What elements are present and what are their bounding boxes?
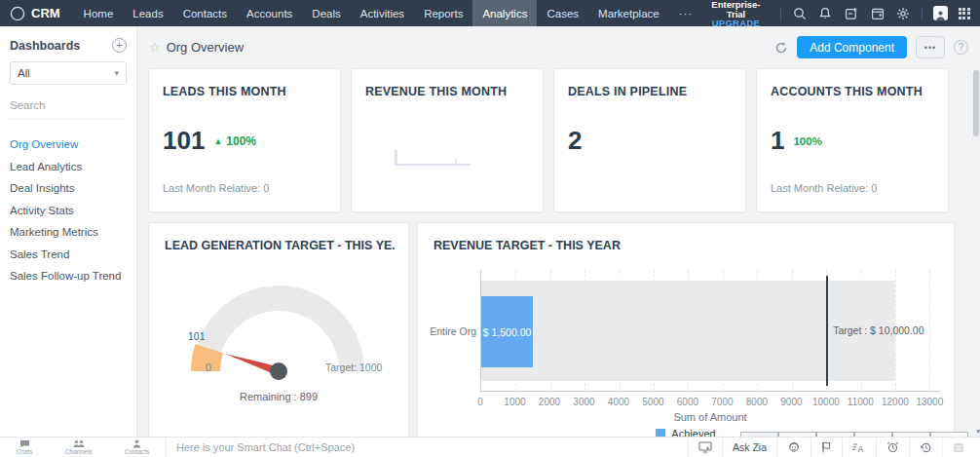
add-dashboard-icon[interactable]: + <box>112 38 127 53</box>
people-group-icon <box>73 439 85 448</box>
zoho-crm-logo[interactable]: CRM <box>0 0 74 26</box>
sidebar-title: Dashboards <box>10 39 80 53</box>
kpi-card-deals-in-pipeline[interactable]: DEALS IN PIPELINE 2 <box>553 68 746 212</box>
vertical-scrollbar[interactable]: ▾ <box>972 68 980 437</box>
gauge-value-label: 101 <box>188 330 206 342</box>
kpi-card-accounts-this-month[interactable]: ACCOUNTS THIS MONTH 1 100% Last Month Re… <box>756 68 949 212</box>
nav-item-marketplace[interactable]: Marketplace <box>588 0 669 26</box>
keypad-icon[interactable] <box>942 438 974 457</box>
favorite-star-icon[interactable]: ☆ <box>149 40 161 55</box>
legend-swatch <box>656 429 665 437</box>
x-axis-line <box>480 391 940 392</box>
zia-face-icon[interactable] <box>776 438 810 457</box>
more-options-button[interactable]: ••• <box>916 36 945 58</box>
chat-tab-label: Channels <box>65 449 92 456</box>
nav-item-activities[interactable]: Activities <box>351 0 414 26</box>
add-component-button[interactable]: Add Component <box>797 36 907 58</box>
history-clock-icon[interactable] <box>909 438 942 457</box>
chevron-down-icon: ▾ <box>114 68 119 78</box>
sidebar-item-marketing-metrics[interactable]: Marketing Metrics <box>10 221 127 244</box>
kpi-value: 101 <box>163 126 205 156</box>
translate-icon[interactable]: zA <box>842 438 876 457</box>
gauge-min-label: 0 <box>206 362 211 373</box>
compose-note-icon[interactable] <box>844 6 859 21</box>
scrollbar-thumb[interactable] <box>973 70 979 136</box>
x-tick-label: 9000 <box>780 397 802 407</box>
gauge-hub <box>270 362 287 380</box>
page-title: Org Overview <box>167 40 244 55</box>
sidebar-item-lead-analytics[interactable]: Lead Analytics <box>10 156 127 178</box>
chat-tab-channels[interactable]: Channels <box>65 438 92 456</box>
kpi-card-leads-this-month[interactable]: LEADS THIS MONTH 101 ▲100% Last Month Re… <box>148 68 341 212</box>
dashboard-list: Org Overview Lead Analytics Deal Insight… <box>10 133 127 287</box>
sidebar-item-org-overview[interactable]: Org Overview <box>10 133 127 156</box>
trial-badge: Enterprise-Trial UPGRADE <box>702 0 770 28</box>
svg-text:A: A <box>858 443 864 453</box>
notifications-bell-icon[interactable] <box>817 6 833 21</box>
nav-item-reports[interactable]: Reports <box>414 0 472 26</box>
x-tick-label: 2000 <box>539 397 560 407</box>
sidebar-search <box>10 95 127 120</box>
chart-title: REVENUE TARGET - THIS YEAR <box>433 239 621 252</box>
smart-chat-input[interactable] <box>176 441 688 453</box>
person-icon <box>132 439 141 448</box>
x-axis-title: Sum of Amount <box>480 411 940 423</box>
dashboard-toolbar: ☆ Org Overview Add Component ••• ? <box>137 26 980 68</box>
refresh-icon[interactable] <box>774 41 788 55</box>
gridline <box>929 270 930 391</box>
delta-up-icon: ▲ <box>213 136 222 146</box>
empty-chart-axis <box>395 150 471 166</box>
ask-zia-button[interactable]: Ask Zia <box>722 438 776 457</box>
chat-tab-contacts[interactable]: Contacts <box>125 438 150 456</box>
x-tick-label: 0 <box>477 397 483 407</box>
bar-value-label: $ 1,500.00 <box>483 326 532 338</box>
smart-chat-bar: Chats Channels Contacts Ask Zia zA <box>0 437 980 457</box>
nav-item-contacts[interactable]: Contacts <box>173 0 237 26</box>
revenue-target-card[interactable]: REVENUE TARGET - THIS YEAR Entire Org $ … <box>417 222 955 437</box>
nav-divider <box>780 7 781 20</box>
alarm-clock-icon[interactable] <box>876 438 909 457</box>
sidebar-item-sales-follow-up-trend[interactable]: Sales Follow-up Trend <box>10 265 127 287</box>
screen-share-icon[interactable] <box>688 438 722 457</box>
user-avatar[interactable] <box>933 6 948 20</box>
nav-overflow-icon[interactable]: ··· <box>669 0 703 26</box>
nav-item-home[interactable]: Home <box>74 0 124 26</box>
nav-item-accounts[interactable]: Accounts <box>237 0 302 26</box>
settings-gear-icon[interactable] <box>896 6 912 21</box>
nav-item-cases[interactable]: Cases <box>537 0 588 26</box>
chat-tab-chats[interactable]: Chats <box>17 438 33 456</box>
flag-icon[interactable] <box>810 438 842 457</box>
lead-generation-target-card[interactable]: LEAD GENERATION TARGET - THIS YE... 101 … <box>148 222 409 437</box>
chat-tabs: Chats Channels Contacts <box>0 438 166 456</box>
charts-row: LEAD GENERATION TARGET - THIS YE... 101 … <box>137 222 980 437</box>
dashboard-search-input[interactable] <box>10 99 127 111</box>
search-icon[interactable] <box>792 6 808 21</box>
nav-item-leads[interactable]: Leads <box>123 0 172 26</box>
app-grid-icon[interactable] <box>959 8 970 19</box>
trial-label: Enterprise-Trial <box>702 0 770 19</box>
main-content: ☆ Org Overview Add Component ••• ? LEADS… <box>137 26 980 437</box>
nav-items: Home Leads Contacts Accounts Deals Activ… <box>74 0 703 26</box>
dashboard-filter-dropdown[interactable]: All ▾ <box>10 61 127 85</box>
nav-divider <box>922 7 923 20</box>
gauge-target-label: Target: 1000 <box>325 362 382 373</box>
help-icon[interactable]: ? <box>954 40 968 55</box>
x-tick-label: 6000 <box>677 397 698 407</box>
kpi-title: REVENUE THIS MONTH <box>365 85 529 98</box>
calendar-icon[interactable] <box>870 6 886 21</box>
sidebar-item-sales-trend[interactable]: Sales Trend <box>10 244 127 266</box>
kpi-card-revenue-this-month[interactable]: REVENUE THIS MONTH <box>351 68 544 212</box>
achieved-bar[interactable]: $ 1,500.00 <box>481 296 533 367</box>
chat-tab-label: Chats <box>17 449 33 456</box>
x-tick-label: 11000 <box>848 397 874 407</box>
nav-item-deals[interactable]: Deals <box>302 0 350 26</box>
sidebar-item-activity-stats[interactable]: Activity Stats <box>10 200 127 222</box>
sidebar-item-deal-insights[interactable]: Deal Insights <box>10 177 127 200</box>
top-navbar: CRM Home Leads Contacts Accounts Deals A… <box>0 0 980 26</box>
scroll-down-arrow-icon[interactable]: ▾ <box>976 427 980 436</box>
kpi-footer: Last Month Relative: 0 <box>771 182 877 194</box>
nav-item-analytics[interactable]: Analytics <box>472 0 537 26</box>
kpi-title: LEADS THIS MONTH <box>163 85 326 98</box>
x-tick-label: 1000 <box>504 397 525 407</box>
x-tick-label: 3000 <box>573 397 594 407</box>
